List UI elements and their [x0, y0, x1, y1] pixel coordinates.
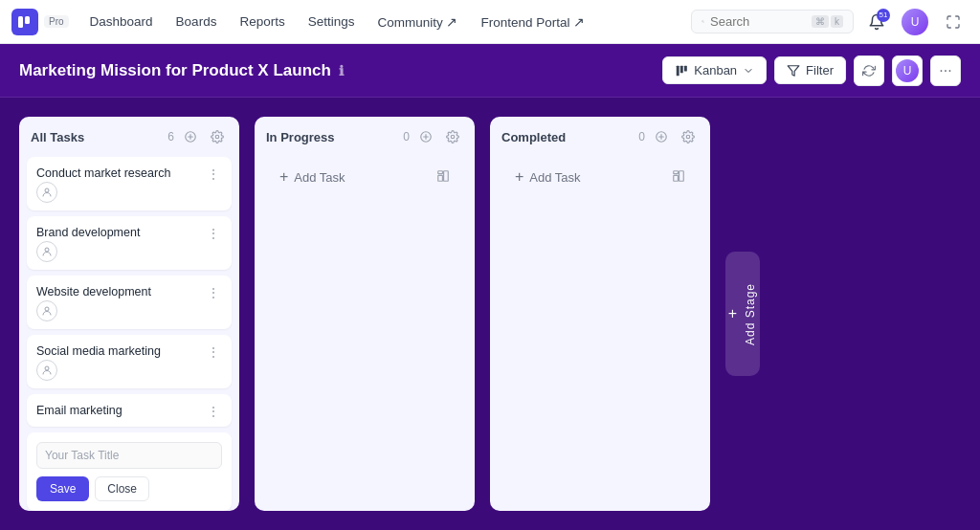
svg-point-7: [45, 188, 49, 192]
column-all-tasks: All Tasks 6 Conduct market research: [19, 117, 239, 511]
expand-icon: [946, 14, 961, 30]
svg-point-8: [45, 248, 49, 252]
task-card[interactable]: Email marketing ⋮: [27, 394, 232, 427]
logo-icon: [11, 9, 38, 35]
completed-settings-btn[interactable]: [678, 126, 699, 147]
logo[interactable]: Pro: [11, 9, 69, 35]
column-all-tasks-header: All Tasks 6: [19, 117, 239, 157]
notifications-button[interactable]: 51: [861, 7, 892, 37]
page-title-text: Marketing Mission for Product X Launch: [19, 61, 331, 80]
gear-icon: [681, 130, 695, 144]
svg-rect-3: [677, 65, 679, 76]
task-card[interactable]: Brand development ⋮: [27, 216, 232, 270]
save-button[interactable]: Save: [36, 476, 89, 501]
filter-button[interactable]: Filter: [774, 56, 846, 84]
refresh-button[interactable]: [854, 55, 884, 86]
search-shortcut: ⌘ k: [812, 15, 843, 28]
in-progress-settings-btn[interactable]: [442, 126, 463, 147]
in-progress-body: + Add Task: [255, 157, 475, 511]
search-box[interactable]: ⌘ k: [691, 10, 854, 33]
svg-rect-0: [18, 16, 23, 28]
task-title: Website development: [36, 285, 205, 298]
search-input[interactable]: [710, 14, 806, 29]
new-task-form: Save Close: [27, 432, 232, 511]
svg-point-17: [686, 135, 690, 139]
ellipsis-icon: ···: [939, 62, 951, 79]
avatar-header-button[interactable]: U: [892, 55, 923, 86]
completed-add-btn[interactable]: [651, 126, 672, 147]
filter-icon: [787, 64, 800, 77]
page-title-container: Marketing Mission for Product X Launch ℹ: [19, 61, 662, 80]
completed-body: + Add Task: [490, 157, 710, 511]
nav-portal[interactable]: Frontend Portal ↗: [471, 9, 594, 35]
svg-rect-20: [679, 170, 684, 181]
task-card[interactable]: Website development ⋮: [27, 276, 232, 329]
column-in-progress: In Progress 0 + Add Task: [255, 117, 475, 511]
nav-reports[interactable]: Reports: [230, 9, 294, 34]
kanban-icon: [675, 64, 688, 77]
task-assignee-avatar: [36, 360, 57, 381]
user-avatar: U: [902, 9, 928, 35]
navbar: Pro Dashboard Boards Reports Settings Co…: [0, 0, 980, 44]
add-task-row-completed[interactable]: + Add Task: [505, 161, 695, 193]
gear-icon: [211, 130, 224, 144]
svg-rect-4: [680, 65, 683, 73]
gear-icon: [446, 130, 459, 144]
svg-rect-14: [438, 175, 443, 181]
nav-community[interactable]: Community ↗: [368, 9, 467, 35]
add-task-right-icon: [672, 169, 685, 186]
new-task-input[interactable]: [36, 442, 222, 469]
nav-boards[interactable]: Boards: [167, 9, 227, 34]
avatar-button[interactable]: U: [900, 7, 930, 37]
svg-rect-18: [674, 170, 679, 173]
refresh-icon: [862, 64, 876, 77]
add-task-row-in-progress[interactable]: + Add Task: [270, 161, 459, 193]
task-title: Conduct market research: [36, 166, 205, 180]
task-menu-btn[interactable]: ⋮: [205, 285, 222, 300]
info-icon[interactable]: ℹ: [339, 63, 344, 78]
pro-badge: Pro: [44, 15, 69, 28]
all-tasks-add-btn[interactable]: [180, 126, 201, 147]
all-tasks-title: All Tasks: [31, 130, 158, 144]
column-completed-header: Completed 0: [490, 117, 710, 157]
svg-rect-19: [674, 175, 679, 181]
svg-point-12: [451, 135, 455, 139]
add-stage-button[interactable]: + Add Stage: [725, 252, 760, 376]
svg-point-10: [45, 366, 49, 370]
all-tasks-settings-btn[interactable]: [207, 126, 228, 147]
add-icon: +: [515, 168, 523, 186]
task-assignee-avatar: [36, 300, 57, 321]
svg-point-2: [702, 20, 703, 22]
task-card[interactable]: Conduct market research ⋮: [27, 157, 232, 210]
svg-point-9: [45, 307, 49, 311]
task-menu-btn[interactable]: ⋮: [205, 344, 222, 360]
task-menu-btn[interactable]: ⋮: [205, 226, 222, 241]
column-in-progress-header: In Progress 0: [255, 117, 475, 157]
nav-settings[interactable]: Settings: [299, 9, 365, 34]
all-tasks-count: 6: [167, 130, 174, 144]
form-actions: Save Close: [36, 476, 222, 501]
page-header: Marketing Mission for Product X Launch ℹ…: [0, 44, 980, 98]
task-title: Social media marketing: [36, 344, 205, 358]
svg-rect-13: [438, 170, 443, 173]
completed-count: 0: [638, 130, 645, 144]
all-tasks-body: Conduct market research ⋮ Brand developm…: [19, 157, 239, 511]
task-menu-btn[interactable]: ⋮: [205, 404, 222, 419]
in-progress-title: In Progress: [266, 130, 393, 144]
column-completed: Completed 0 + Add Task: [490, 117, 710, 511]
svg-rect-15: [444, 170, 449, 181]
expand-button[interactable]: [938, 7, 969, 37]
add-task-label: Add Task: [294, 170, 345, 185]
in-progress-count: 0: [403, 130, 410, 144]
add-task-label: Add Task: [529, 170, 580, 185]
notification-badge: 51: [877, 9, 890, 22]
task-card[interactable]: Social media marketing ⋮: [27, 335, 232, 388]
completed-title: Completed: [501, 130, 629, 144]
close-button[interactable]: Close: [95, 476, 149, 501]
kanban-button[interactable]: Kanban: [662, 56, 767, 84]
nav-dashboard[interactable]: Dashboard: [80, 9, 163, 34]
more-options-button[interactable]: ···: [930, 55, 961, 86]
task-title: Email marketing: [36, 404, 205, 417]
task-menu-btn[interactable]: ⋮: [205, 166, 222, 182]
in-progress-add-btn[interactable]: [415, 126, 436, 147]
